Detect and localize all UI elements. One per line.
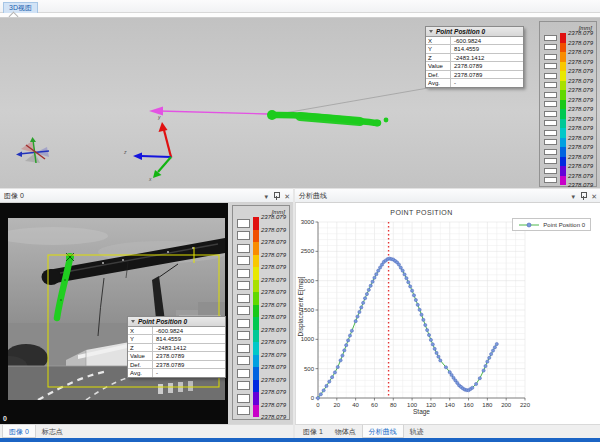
tooltip-row-value: - <box>153 369 158 377</box>
panel-menu-icon[interactable]: ▾ <box>265 193 269 200</box>
colorbar-segment-checkbox[interactable] <box>237 294 250 303</box>
colorbar-color-chip <box>560 166 566 176</box>
colorbar-segment-checkbox[interactable] <box>237 356 250 365</box>
axis-label-y: y <box>157 114 161 120</box>
colorbar-segment-checkbox[interactable] <box>544 177 557 183</box>
image-colorbar-strip: [mm] 2378.0792378.0792378.0792378.079237… <box>228 203 293 424</box>
colorbar-tick-label: 2378.079 <box>568 59 593 65</box>
tab-3d-view[interactable]: 3D视图 <box>3 2 38 13</box>
colorbar-row <box>237 342 259 355</box>
close-icon[interactable]: ✕ <box>284 193 290 200</box>
colorbar-segment-checkbox[interactable] <box>237 394 250 403</box>
colorbar-tick-label: 2378.079 <box>261 402 286 408</box>
colorbar-row <box>237 242 259 255</box>
trajectory-points[interactable] <box>267 110 388 126</box>
tooltip-row-value: -600.9824 <box>153 327 183 334</box>
tooltip-expander-icon[interactable] <box>131 320 135 323</box>
3d-viewport[interactable]: y z x Point Positi <box>0 17 600 188</box>
colorbar-tick-label: 2378.079 <box>261 414 286 420</box>
colorbar-segment-checkbox[interactable] <box>237 269 250 278</box>
colorbar-tick-label: 2378.079 <box>261 289 286 295</box>
close-icon[interactable]: ✕ <box>591 193 597 200</box>
bottom-tab[interactable]: 分析曲线 <box>362 425 404 438</box>
bottom-tab[interactable]: 轨迹 <box>404 425 430 438</box>
legend-label: Point Position 0 <box>543 222 585 228</box>
chart-plot[interactable]: 0204060801001201401601802002200500100015… <box>296 203 600 424</box>
panel-menu-icon[interactable]: ▾ <box>572 193 576 200</box>
colorbar-segment-checkbox[interactable] <box>237 331 250 340</box>
colorbar-segment-checkbox[interactable] <box>544 149 557 155</box>
bottom-tab[interactable]: 标志点 <box>36 425 69 438</box>
colorbar-segment-checkbox[interactable] <box>544 111 557 117</box>
colorbar-segment-checkbox[interactable] <box>237 344 250 353</box>
colorbar-segment-checkbox[interactable] <box>544 54 557 60</box>
frame-number-label: 0 <box>3 415 7 422</box>
colorbar-segment-checkbox[interactable] <box>544 139 557 145</box>
colorbar-segment-checkbox[interactable] <box>237 319 250 328</box>
tooltip-row-label: X <box>426 37 451 44</box>
colorbar-segment-checkbox[interactable] <box>544 73 557 79</box>
tooltip-row: X-600.9824 <box>426 37 523 45</box>
colorbar-segment-checkbox[interactable] <box>237 244 250 253</box>
colorbar-segment-checkbox[interactable] <box>544 35 557 41</box>
colorbar-segment-checkbox[interactable] <box>544 82 557 88</box>
colorbar-tick-label: 2378.079 <box>568 125 593 131</box>
colorbar-row <box>237 280 259 293</box>
colorbar-segment-checkbox[interactable] <box>237 381 250 390</box>
tooltip-body: X-600.9824Y814.4559Z-2483.1412Value2378.… <box>128 327 225 377</box>
bottom-tab[interactable]: 图像 1 <box>297 425 329 438</box>
colorbar-tick-label: 2378.079 <box>261 214 286 220</box>
colorbar-segment-checkbox[interactable] <box>544 101 557 107</box>
tooltip-header[interactable]: Point Position 0 <box>426 27 523 37</box>
colorbar-segment-checkbox[interactable] <box>237 306 250 315</box>
tooltip-row-label: X <box>128 327 153 334</box>
colorbar-segment-checkbox[interactable] <box>237 406 250 415</box>
tooltip-row-label: Z <box>426 54 451 61</box>
panel-divider[interactable] <box>293 188 295 438</box>
colorbar-rows <box>237 217 259 417</box>
colorbar-tick-label: 2378.079 <box>261 389 286 395</box>
colorbar-segment-checkbox[interactable] <box>544 130 557 136</box>
colorbar-color-chip <box>560 33 566 43</box>
tooltip-row-value: 2378.0789 <box>153 352 184 359</box>
colorbar-tick-label: 2378.079 <box>568 97 593 103</box>
bottom-tab[interactable]: 物体点 <box>329 425 362 438</box>
tooltip-row-value: 2378.0789 <box>153 361 184 368</box>
colorbar-segment-checkbox[interactable] <box>237 256 250 265</box>
colorbar-segment-checkbox[interactable] <box>237 219 250 228</box>
pin-icon[interactable] <box>273 192 279 200</box>
point-tooltip-3d: Point Position 0 X-600.9824Y814.4559Z-24… <box>425 26 524 88</box>
tooltip-row: Z-2483.1412 <box>426 54 523 62</box>
colorbar-color-chip <box>253 405 259 418</box>
tooltip-row-label: Def. <box>128 361 153 368</box>
tooltip-row-label: Y <box>128 335 153 342</box>
colorbar-tick-label: 2378.079 <box>261 314 286 320</box>
colorbar-row <box>544 33 566 43</box>
orientation-triad-icon[interactable] <box>16 137 49 163</box>
colorbar-segment-checkbox[interactable] <box>237 281 250 290</box>
chart-legend[interactable]: Point Position 0 <box>512 218 591 231</box>
colorbar-segment-checkbox[interactable] <box>544 63 557 69</box>
colorbar-color-chip <box>253 305 259 318</box>
colorbar-segment-checkbox[interactable] <box>544 158 557 164</box>
colorbar-row <box>544 109 566 119</box>
colorbar-segment-checkbox[interactable] <box>544 44 557 50</box>
colorbar-3d: [mm] 2378.0792378.0792378.0792378.079237… <box>539 21 597 187</box>
colorbar-segment-checkbox[interactable] <box>544 168 557 174</box>
image-view[interactable]: Point Position 0 X-600.9824Y814.4559Z-24… <box>0 203 293 424</box>
colorbar-segment-checkbox[interactable] <box>237 369 250 378</box>
tooltip-expander-icon[interactable] <box>429 30 433 33</box>
colorbar-segment-checkbox[interactable] <box>544 92 557 98</box>
colorbar-row <box>237 305 259 318</box>
analysis-chart-area[interactable]: POINT POSITION Displacement E[mm] 020406… <box>295 203 600 424</box>
tooltip-row: X-600.9824 <box>128 327 225 335</box>
bottom-tab[interactable]: 图像 0 <box>2 425 36 438</box>
colorbar-segment-checkbox[interactable] <box>237 231 250 240</box>
tooltip-body: X-600.9824Y814.4559Z-2483.1412Value2378.… <box>426 37 523 87</box>
colorbar-labels: 2378.0792378.0792378.0792378.0792378.079… <box>261 217 286 417</box>
pin-icon[interactable] <box>580 192 586 200</box>
tooltip-header[interactable]: Point Position 0 <box>128 317 225 327</box>
colorbar-row <box>544 43 566 53</box>
colorbar-segment-checkbox[interactable] <box>544 120 557 126</box>
colorbar-tick-label: 2378.079 <box>568 68 593 74</box>
